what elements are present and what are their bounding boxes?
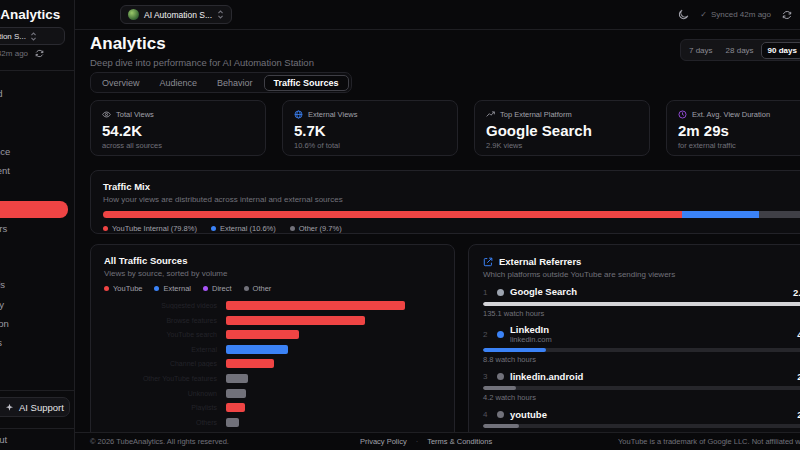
- stat-label: Total Views: [116, 110, 154, 119]
- stat-sub: 10.6% of total: [294, 141, 446, 150]
- sidebar-item-scripts[interactable]: Scripts: [0, 352, 75, 371]
- range-28-days[interactable]: 28 days: [720, 42, 760, 59]
- traffic-sources-subtitle: Views by source, sorted by volume: [104, 269, 441, 278]
- bar-browse-features: [226, 316, 365, 325]
- privacy-policy-link[interactable]: Privacy Policy: [360, 437, 407, 446]
- chart-row-label: Unknown: [104, 390, 226, 397]
- bar-channel-pages: [226, 359, 274, 368]
- external-referrers-header: External Referrers: [483, 256, 800, 267]
- referrer-name: Google Search: [510, 287, 577, 297]
- chart-row-label: Others: [104, 419, 226, 426]
- bar-other-youtube-features: [226, 374, 248, 383]
- traffic-sources-legend: YouTubeExternalDirectOther: [104, 284, 441, 293]
- legend-youtube: YouTube: [104, 284, 142, 293]
- tab-audience[interactable]: Audience: [151, 75, 207, 91]
- sidebar-item-comments[interactable]: Comments: [0, 333, 75, 352]
- legend-label: YouTube: [113, 284, 142, 293]
- chevron-up-down-icon: [217, 9, 224, 20]
- chart-row-label: Playlists: [104, 404, 226, 411]
- trademark-text: YouTube is a trademark of Google LLC. No…: [618, 437, 800, 446]
- legend-external: External (10.6%): [211, 224, 276, 233]
- referrer-name: linkedin.android: [510, 372, 583, 382]
- refresh-icon[interactable]: [35, 49, 44, 58]
- stat-card-top-external-platform: Top External PlatformGoogle Search2.9K v…: [474, 100, 650, 156]
- sidebar-item-content[interactable]: Content: [0, 256, 75, 275]
- favicon-dot: [497, 373, 504, 380]
- legend-label: Other (9.7%): [299, 224, 342, 233]
- date-range-selector: 7 days28 days90 days1 year: [680, 39, 800, 61]
- referrer-row-google-search[interactable]: 1Google Search2.9K135.1 watch hours: [483, 287, 800, 318]
- tab-overview[interactable]: Overview: [93, 75, 149, 91]
- sidebar-item-dashboard[interactable]: Dashboard: [0, 84, 75, 103]
- tab-behavior[interactable]: Behavior: [208, 75, 262, 91]
- referrer-name: LinkedIn: [510, 325, 552, 335]
- chart-row-external: External: [104, 345, 441, 354]
- sidebar-item-ideas[interactable]: Ideas: [0, 372, 75, 391]
- chart-row-label: YouTube search: [104, 331, 226, 338]
- stat-value: 2m 29s: [678, 122, 800, 139]
- channel-selector[interactable]: AI Automation S...: [120, 5, 232, 24]
- favicon-dot: [497, 411, 504, 418]
- sync-status: ✓ Synced 42m ago: [700, 10, 771, 19]
- stat-sub: for external traffic: [678, 141, 800, 150]
- sidebar-item-thumbnails[interactable]: Thumbnails: [0, 275, 75, 294]
- terms-link[interactable]: Terms & Conditions: [427, 437, 492, 446]
- referrer-row-header: 4youtube272: [483, 409, 800, 420]
- app-logo: TubeAnalytics: [0, 7, 60, 22]
- legend-dot: [103, 226, 108, 231]
- stat-label: Ext. Avg. View Duration: [692, 110, 770, 119]
- sidebar-channel-selector[interactable]: AI Automation S...: [0, 27, 65, 45]
- legend-dot: [244, 286, 249, 291]
- sidebar-item-logout[interactable]: Logout: [0, 434, 7, 445]
- sidebar-item-optimization[interactable]: Optimization: [0, 314, 75, 333]
- sparkles-icon: [5, 403, 14, 412]
- external-referrers-panel: External Referrers Which platforms outsi…: [468, 244, 800, 440]
- stat-card-header: Top External Platform: [486, 110, 638, 119]
- page-subtitle: Deep dive into performance for AI Automa…: [90, 57, 314, 68]
- refresh-icon[interactable]: [782, 10, 792, 20]
- traffic-sources-chart: Suggested videosBrowse featuresYouTube s…: [104, 301, 441, 441]
- sidebar-item-competitors[interactable]: Competitors: [0, 219, 75, 238]
- sidebar-item-ai-support[interactable]: AI Support: [0, 397, 70, 417]
- sidebar-item-performance[interactable]: Performance: [0, 142, 75, 161]
- chart-row-label: External: [104, 346, 226, 353]
- stat-card-header: Ext. Avg. View Duration: [678, 110, 800, 119]
- external-referrers-title: External Referrers: [499, 256, 581, 267]
- sidebar-item-engagement[interactable]: Engagement: [0, 161, 75, 180]
- stat-card-header: External Views: [294, 110, 446, 119]
- stat-value: 54.2K: [102, 122, 254, 139]
- mix-segment-other: [759, 211, 800, 218]
- sidebar-item-calendar[interactable]: Calendar: [0, 180, 75, 199]
- chart-row-suggested-videos: Suggested videos: [104, 301, 441, 310]
- sidebar-item-videos[interactable]: Videos: [0, 123, 75, 142]
- legend-dot: [154, 286, 159, 291]
- chart-row-youtube-search: YouTube search: [104, 330, 441, 339]
- referrer-progress-track: [483, 424, 800, 428]
- bar-suggested-videos: [226, 301, 405, 310]
- referrer-domain: linkedin.com: [510, 335, 552, 344]
- referrer-watch-hours: 8.8 watch hours: [483, 355, 800, 364]
- sidebar-item-audience[interactable]: Audience: [0, 103, 75, 122]
- moon-icon[interactable]: [678, 9, 689, 20]
- range-90-days[interactable]: 90 days: [761, 42, 800, 59]
- traffic-mix-title: Traffic Mix: [103, 181, 800, 192]
- bar-playlists: [226, 403, 245, 412]
- chart-row-unknown: Unknown: [104, 389, 441, 398]
- legend-label: External: [163, 284, 191, 293]
- referrer-name-block: youtube: [510, 410, 547, 420]
- referrer-rank: 2: [483, 330, 491, 339]
- ai-support-label: AI Support: [19, 402, 64, 413]
- referrer-row-linkedin-android[interactable]: 3linkedin.android2764.2 watch hours: [483, 371, 800, 402]
- sidebar-divider-bottom: [0, 390, 74, 391]
- sidebar-item-community[interactable]: Community: [0, 295, 75, 314]
- range-7-days[interactable]: 7 days: [683, 42, 719, 59]
- sidebar-item-analytics[interactable]: Analytics: [0, 201, 68, 218]
- referrer-row-header: 3linkedin.android276: [483, 371, 800, 382]
- referrer-row-linkedin[interactable]: 2LinkedInlinkedin.com4298.8 watch hours: [483, 325, 800, 364]
- tab-traffic-sources[interactable]: Traffic Sources: [264, 75, 349, 91]
- mix-segment-youtube-internal: [103, 211, 682, 218]
- channel-name: AI Automation S...: [144, 10, 212, 20]
- eye-icon: [102, 110, 111, 119]
- referrer-progress-fill: [483, 302, 800, 306]
- legend-other: Other: [244, 284, 272, 293]
